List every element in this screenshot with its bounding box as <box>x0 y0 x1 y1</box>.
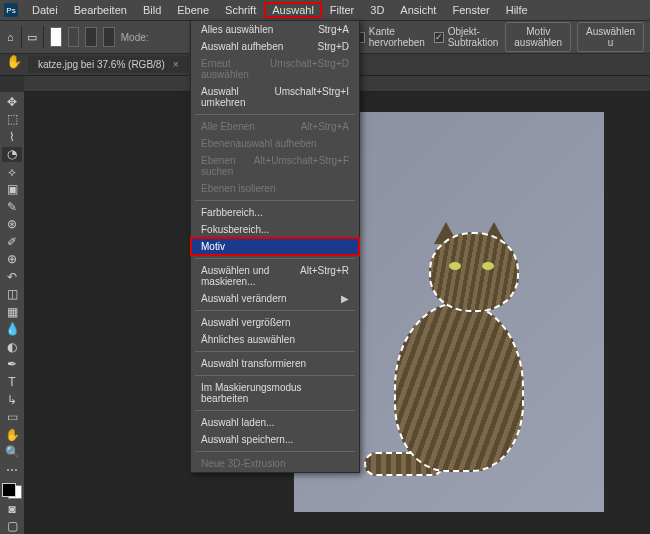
tool-preset-icon[interactable]: ▭ <box>27 29 37 45</box>
menu-3d[interactable]: 3D <box>362 2 392 18</box>
menu-separator <box>195 114 355 115</box>
menu-ansicht[interactable]: Ansicht <box>392 2 444 18</box>
menu-item-auswahl-umkehren[interactable]: Auswahl umkehrenUmschalt+Strg+I <box>191 83 359 111</box>
history-brush-icon[interactable]: ↶ <box>2 269 22 285</box>
menu-schrift[interactable]: Schrift <box>217 2 264 18</box>
hand-tool-icon[interactable]: ✋ <box>2 427 22 443</box>
screenmode-icon[interactable]: ▢ <box>2 518 22 534</box>
menu-bild[interactable]: Bild <box>135 2 169 18</box>
hand-tool-icon[interactable]: ✋ <box>6 54 22 69</box>
menu-separator <box>195 375 355 376</box>
menu-item-auswahl-vergr-ern[interactable]: Auswahl vergrößern <box>191 314 359 331</box>
menu-separator <box>195 351 355 352</box>
menu-item-ebenen-suchen: Ebenen suchenAlt+Umschalt+Strg+F <box>191 152 359 180</box>
mode-label: Mode: <box>121 32 149 43</box>
path-tool-icon[interactable]: ↳ <box>2 392 22 408</box>
gradient-tool-icon[interactable]: ▦ <box>2 304 22 320</box>
menu-separator <box>195 410 355 411</box>
menu-separator <box>195 258 355 259</box>
select-mask-button[interactable]: Auswählen u <box>577 22 644 52</box>
menu-item-auswahl-transformieren[interactable]: Auswahl transformieren <box>191 355 359 372</box>
quick-select-tool-icon[interactable]: ◔ <box>2 147 22 163</box>
tab-title: katze.jpg bei 37.6% (RGB/8) <box>38 59 165 70</box>
marquee-tool-icon[interactable]: ⬚ <box>2 112 22 128</box>
quickmask-icon[interactable]: ◙ <box>2 501 22 517</box>
menu-item-erneut-ausw-hlen: Erneut auswählenUmschalt+Strg+D <box>191 55 359 83</box>
menu-item-ebenen-isolieren: Ebenen isolieren <box>191 180 359 197</box>
subtract-checkbox[interactable]: ✓Objekt-Subtraktion <box>434 26 500 48</box>
mode-swatch-2[interactable] <box>68 27 80 47</box>
menu-item-label: Auswahl speichern... <box>201 434 293 445</box>
menu-auswahl[interactable]: Auswahl <box>264 2 322 18</box>
menu-item-ausw-hlen-und-maskieren-[interactable]: Auswählen und maskieren...Alt+Strg+R <box>191 262 359 290</box>
menu-item-auswahl-speichern-[interactable]: Auswahl speichern... <box>191 431 359 448</box>
menu-shortcut: Alt+Strg+A <box>301 121 349 132</box>
chevron-right-icon: ▶ <box>341 293 349 304</box>
menu-shortcut: Strg+A <box>318 24 349 35</box>
close-icon[interactable]: × <box>173 59 179 70</box>
mode-swatch-4[interactable] <box>103 27 115 47</box>
menu-item-label: Motiv <box>201 241 225 252</box>
menu-datei[interactable]: Datei <box>24 2 66 18</box>
menu-item-farbbereich-[interactable]: Farbbereich... <box>191 204 359 221</box>
menu-filter[interactable]: Filter <box>322 2 362 18</box>
cat-selection <box>374 182 544 492</box>
menu-hilfe[interactable]: Hilfe <box>498 2 536 18</box>
menu-item-motiv[interactable]: Motiv <box>191 238 359 255</box>
menu-item-auswahl-ver-ndern[interactable]: Auswahl verändern▶ <box>191 290 359 307</box>
crop-tool-icon[interactable]: ⟡ <box>2 164 22 180</box>
eyedropper-tool-icon[interactable]: ✎ <box>2 199 22 215</box>
menu-item-label: Neue 3D-Extrusion <box>201 458 285 469</box>
menu-item-label: Auswahl transformieren <box>201 358 306 369</box>
type-tool-icon[interactable]: T <box>2 374 22 390</box>
menu-item-alle-ebenen: Alle EbenenAlt+Strg+A <box>191 118 359 135</box>
menu-ebene[interactable]: Ebene <box>169 2 217 18</box>
menu-separator <box>195 451 355 452</box>
menu-item-im-maskierungsmodus-bearbeiten[interactable]: Im Maskierungsmodus bearbeiten <box>191 379 359 407</box>
menu-item-label: Alle Ebenen <box>201 121 255 132</box>
menu-shortcut: Umschalt+Strg+D <box>270 58 349 80</box>
auswahl-menu-dropdown: Alles auswählenStrg+AAuswahl aufhebenStr… <box>190 20 360 473</box>
menubar: Ps DateiBearbeitenBildEbeneSchriftAuswah… <box>0 0 650 20</box>
menu-bearbeiten[interactable]: Bearbeiten <box>66 2 135 18</box>
menu-item--hnliches-ausw-hlen[interactable]: Ähnliches auswählen <box>191 331 359 348</box>
menu-item-alles-ausw-hlen[interactable]: Alles auswählenStrg+A <box>191 21 359 38</box>
menu-fenster[interactable]: Fenster <box>444 2 497 18</box>
more-icon[interactable]: ⋯ <box>2 462 22 478</box>
dodge-tool-icon[interactable]: ◐ <box>2 339 22 355</box>
document-tab[interactable]: katze.jpg bei 37.6% (RGB/8) × <box>28 56 189 73</box>
move-tool-icon[interactable]: ✥ <box>2 94 22 110</box>
pen-tool-icon[interactable]: ✒ <box>2 357 22 373</box>
edge-checkbox[interactable]: Kante hervorheben <box>357 26 428 48</box>
frame-tool-icon[interactable]: ▣ <box>2 182 22 198</box>
mode-swatch-1[interactable] <box>50 27 62 47</box>
menu-item-auswahl-aufheben[interactable]: Auswahl aufhebenStrg+D <box>191 38 359 55</box>
lasso-tool-icon[interactable]: ⌇ <box>2 129 22 145</box>
select-subject-button[interactable]: Motiv auswählen <box>505 22 571 52</box>
menu-item-label: Ähnliches auswählen <box>201 334 295 345</box>
menu-separator <box>195 200 355 201</box>
tools-panel: ✥ ⬚ ⌇ ◔ ⟡ ▣ ✎ ⊛ ✐ ⊕ ↶ ◫ ▦ 💧 ◐ ✒ T ↳ ▭ ✋ … <box>0 92 24 534</box>
menu-separator <box>195 310 355 311</box>
menu-item-neue-3d-extrusion: Neue 3D-Extrusion <box>191 455 359 472</box>
eraser-tool-icon[interactable]: ◫ <box>2 287 22 303</box>
menu-item-label: Ebenen isolieren <box>201 183 276 194</box>
menu-item-label: Auswahl aufheben <box>201 41 283 52</box>
color-swatches[interactable] <box>2 483 22 499</box>
home-icon[interactable]: ⌂ <box>6 29 15 45</box>
menu-item-label: Im Maskierungsmodus bearbeiten <box>201 382 349 404</box>
shape-tool-icon[interactable]: ▭ <box>2 409 22 425</box>
menu-item-fokusbereich-[interactable]: Fokusbereich... <box>191 221 359 238</box>
menu-shortcut: Umschalt+Strg+I <box>275 86 349 108</box>
healing-tool-icon[interactable]: ⊛ <box>2 217 22 233</box>
blur-tool-icon[interactable]: 💧 <box>2 322 22 338</box>
menu-item-auswahl-laden-[interactable]: Auswahl laden... <box>191 414 359 431</box>
menu-item-label: Alles auswählen <box>201 24 273 35</box>
brush-tool-icon[interactable]: ✐ <box>2 234 22 250</box>
app-icon: Ps <box>4 3 18 17</box>
zoom-tool-icon[interactable]: 🔍 <box>2 444 22 460</box>
stamp-tool-icon[interactable]: ⊕ <box>2 252 22 268</box>
menu-item-label: Farbbereich... <box>201 207 263 218</box>
mode-swatch-3[interactable] <box>85 27 97 47</box>
menu-item-ebenenauswahl-aufheben: Ebenenauswahl aufheben <box>191 135 359 152</box>
